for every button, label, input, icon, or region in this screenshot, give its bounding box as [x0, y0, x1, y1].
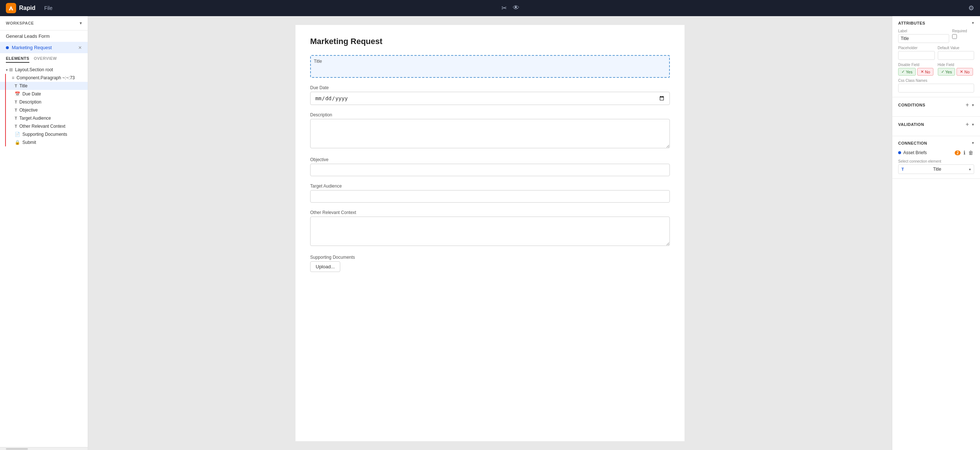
- title-field-label: Title: [314, 59, 666, 64]
- tab-overview[interactable]: OVERVIEW: [34, 56, 57, 63]
- tab-elements[interactable]: ELEMENTS: [6, 56, 29, 63]
- connection-badge: 2: [955, 151, 961, 155]
- app-logo[interactable]: Rapid: [6, 3, 35, 13]
- hide-yes-btn[interactable]: ✓ Yes: [938, 68, 955, 76]
- date-icon: 📅: [15, 91, 20, 97]
- validation-add-icon[interactable]: +: [966, 121, 969, 128]
- connection-section-header: CONNECTION ▾: [898, 141, 974, 145]
- other-context-input[interactable]: [310, 216, 670, 246]
- description-input[interactable]: [310, 119, 670, 148]
- validation-chevron-icon[interactable]: ▾: [972, 122, 974, 127]
- css-class-label: Css Class Names: [898, 78, 974, 83]
- supporting-docs-label: Supporting Documents: [310, 255, 670, 260]
- tree-target-audience-label: Target Audience: [19, 116, 51, 121]
- hide-yes-label: Yes: [945, 70, 952, 74]
- tree-arrow-icon: ▾: [6, 68, 8, 72]
- validation-title: VALIDATION: [898, 122, 924, 127]
- connection-title: CONNECTION: [898, 141, 927, 145]
- default-value-input[interactable]: [938, 51, 975, 60]
- tree-component-label: Component.Paragraph ~:~:73: [16, 75, 75, 80]
- attributes-chevron-icon[interactable]: ▾: [972, 21, 974, 25]
- tree-submit-label: Submit: [22, 140, 36, 145]
- placeholder-input[interactable]: [898, 51, 935, 60]
- tree-title-label: Title: [19, 83, 27, 89]
- tree-item-root[interactable]: ▾ ⊞ Layout.Section root: [0, 66, 88, 74]
- eye-icon[interactable]: 👁: [513, 4, 519, 12]
- label-input[interactable]: [898, 34, 949, 43]
- form-field-objective: Objective: [310, 157, 670, 176]
- tree-item-description[interactable]: T Description: [0, 98, 88, 106]
- form-field-description: Description: [310, 112, 670, 150]
- sidebar-item-general-leads-label: General Leads Form: [6, 33, 49, 39]
- other-context-label: Other Relevant Context: [310, 210, 670, 215]
- disable-yes-btn[interactable]: ✓ Yes: [898, 68, 916, 76]
- disable-no-btn[interactable]: ✕ No: [917, 68, 933, 76]
- disable-yes-check: ✓: [902, 69, 905, 74]
- disable-field-label: Disable Field: [898, 63, 935, 67]
- close-tab-icon[interactable]: ✕: [78, 45, 82, 50]
- connection-item: Asset Briefs 2 ℹ 🗑: [898, 149, 974, 156]
- rapid-logo-icon: [6, 3, 16, 13]
- tree-item-title[interactable]: T Title: [0, 82, 88, 90]
- css-class-input[interactable]: [898, 84, 974, 92]
- scissors-icon[interactable]: ✂: [501, 4, 507, 12]
- conditions-section-header: CONDITIONS + ▾: [898, 102, 974, 108]
- connection-select-type-icon: T: [902, 167, 904, 172]
- settings-icon[interactable]: ⚙: [968, 5, 974, 12]
- disable-no-x: ✕: [921, 69, 924, 74]
- active-dot-icon: [6, 46, 9, 49]
- attributes-section-header: ATTRIBUTES ▾: [898, 21, 974, 25]
- required-checkbox[interactable]: [952, 34, 957, 39]
- sidebar-item-marketing-request-label: Marketing Request: [12, 45, 52, 50]
- hide-no-btn[interactable]: ✕ No: [956, 68, 973, 76]
- form-field-other-context: Other Relevant Context: [310, 210, 670, 247]
- target-audience-type-icon: T: [15, 116, 17, 120]
- disable-toggle-group: ✓ Yes ✕ No: [898, 68, 935, 76]
- connection-item-label: Asset Briefs: [903, 150, 953, 155]
- validation-section: VALIDATION + ▾: [892, 117, 980, 136]
- workspace-header: WORKSPACE ▾: [0, 16, 88, 30]
- form-field-title: Title: [310, 55, 670, 78]
- conditions-actions: + ▾: [966, 102, 974, 108]
- tree-item-due-date[interactable]: 📅 Due Date: [0, 90, 88, 98]
- sidebar-item-general-leads[interactable]: General Leads Form: [0, 30, 88, 42]
- disable-no-label: No: [925, 70, 930, 74]
- tree-item-supporting-docs[interactable]: 📄 Supporting Documents: [0, 130, 88, 138]
- target-audience-label: Target Audience: [310, 183, 670, 189]
- hide-no-x: ✕: [960, 69, 963, 74]
- validation-actions: + ▾: [966, 121, 974, 128]
- app-name: Rapid: [19, 5, 35, 11]
- tree-item-target-audience[interactable]: T Target Audience: [0, 114, 88, 122]
- upload-button[interactable]: Upload...: [310, 261, 340, 272]
- paragraph-icon: ≡: [12, 75, 14, 80]
- connection-select[interactable]: T Title ▾: [898, 164, 974, 174]
- connection-chevron-icon[interactable]: ▾: [972, 141, 974, 145]
- connection-dot-icon: [898, 151, 901, 154]
- due-date-input[interactable]: [310, 92, 670, 105]
- main-layout: WORKSPACE ▾ General Leads Form Marketing…: [0, 16, 980, 450]
- connection-delete-icon[interactable]: 🗑: [967, 149, 974, 156]
- title-input[interactable]: [314, 65, 666, 74]
- sidebar-scrollbar[interactable]: [0, 447, 88, 450]
- conditions-add-icon[interactable]: +: [966, 102, 969, 108]
- workspace-chevron-icon[interactable]: ▾: [80, 21, 82, 26]
- conditions-chevron-icon[interactable]: ▾: [972, 103, 974, 108]
- attributes-section: ATTRIBUTES ▾ Label Required Placeholder: [892, 16, 980, 97]
- tree-supporting-docs-label: Supporting Documents: [22, 132, 67, 137]
- sidebar-item-marketing-request[interactable]: Marketing Request ✕: [0, 42, 88, 53]
- tree-item-submit[interactable]: 🔒 Submit: [0, 138, 88, 146]
- target-audience-input[interactable]: [310, 190, 670, 203]
- form-main-title: Marketing Request: [310, 37, 670, 46]
- validation-section-header: VALIDATION + ▾: [898, 121, 974, 128]
- canvas-area[interactable]: Marketing Request Title Due Date Descrip…: [88, 16, 892, 450]
- select-connection-label: Select connection element: [898, 159, 974, 163]
- required-label: Required: [952, 29, 974, 33]
- connection-info-icon[interactable]: ℹ: [963, 149, 966, 156]
- objective-input[interactable]: [310, 164, 670, 176]
- tree-item-other-context[interactable]: T Other Relevant Context: [0, 122, 88, 130]
- file-menu-item[interactable]: File: [44, 5, 52, 11]
- objective-type-icon: T: [15, 108, 17, 112]
- tree-item-objective[interactable]: T Objective: [0, 106, 88, 114]
- topnav-center-icons: ✂ 👁: [61, 4, 959, 12]
- tree-item-component-paragraph[interactable]: ≡ Component.Paragraph ~:~:73: [0, 74, 88, 82]
